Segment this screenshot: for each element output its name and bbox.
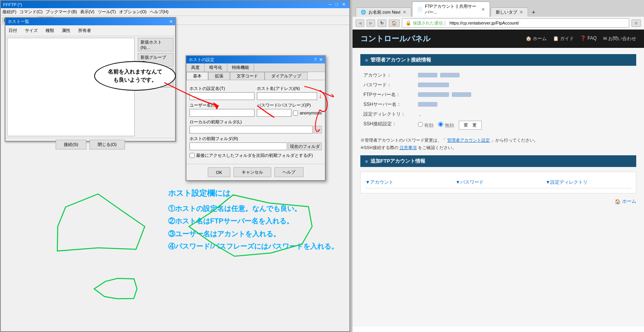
- menu-connect[interactable]: 接続(F): [2, 9, 16, 15]
- ffftp-title: FFFTP (*): [3, 2, 22, 7]
- anonymous-checkbox[interactable]: [293, 111, 298, 116]
- anonymous-checkbox-row: anonymous: [293, 111, 322, 116]
- menu-options[interactable]: オプション(O): [119, 9, 147, 15]
- ssh-enabled-radio[interactable]: [418, 122, 423, 127]
- footer-home-link[interactable]: 🏠 ホーム: [360, 193, 636, 209]
- host-name-input[interactable]: [257, 92, 317, 100]
- change-ssh-button[interactable]: 変 更: [459, 121, 482, 130]
- host-folder-label: ホストの初期フォルダ(R): [190, 136, 322, 142]
- tab-charcode[interactable]: 文字コード: [230, 72, 265, 80]
- tab-special[interactable]: 特殊機能: [227, 63, 254, 72]
- refresh-button[interactable]: ↻: [377, 19, 386, 27]
- ok-button[interactable]: OK: [208, 167, 230, 177]
- col-attr: 属性: [62, 28, 70, 33]
- admin-settings-link[interactable]: 管理者アカウント設定: [447, 138, 490, 142]
- ssh-notes-link[interactable]: 注意事項: [400, 145, 417, 150]
- menu-view[interactable]: 表示(V): [80, 9, 95, 15]
- tab-new-close[interactable]: ✕: [519, 10, 523, 15]
- tab-new-label: 新しいタブ: [496, 9, 517, 15]
- new-host-button[interactable]: 新規ホスト(N)...: [138, 38, 174, 51]
- speech-bubble: 名前を入れますなんても良いようです。: [94, 61, 176, 91]
- account-label: アカウント：: [360, 70, 415, 80]
- tab-advanced[interactable]: 高度: [186, 63, 205, 72]
- user-pass-row: ユーザー名(U) パスワード/パスフレーズ(P) anonymous: [190, 102, 322, 117]
- tab-expand[interactable]: 拡張: [208, 72, 230, 80]
- star-button[interactable]: ☆: [632, 19, 641, 27]
- footer-home-label: ホーム: [622, 198, 636, 205]
- cancel-button[interactable]: キャンセル: [233, 167, 271, 177]
- menu-tools[interactable]: ツール(T): [98, 9, 116, 15]
- admin-section-title: 管理者アカウント接続情報: [370, 56, 431, 63]
- address-bar-input[interactable]: [447, 19, 626, 27]
- password-blurred: [418, 83, 449, 87]
- tab-encryption[interactable]: 暗号化: [205, 63, 227, 72]
- tab-ftp-icon: 📄: [417, 7, 423, 12]
- ftp-col-password[interactable]: ▼パスワード: [456, 179, 541, 186]
- ftp-section-header: 追加FTPアカウント情報: [360, 155, 636, 167]
- username-label: ユーザー名(U): [190, 102, 254, 108]
- dialog-help-icon[interactable]: ？: [313, 57, 318, 63]
- nav-guide[interactable]: 📋 ガイド: [553, 35, 574, 42]
- local-folder-input[interactable]: [190, 126, 313, 134]
- cp-header: コントロールパネル 🏠 ホーム 📋 ガイド ❓ FAQ ✉ お問い合わせ: [353, 30, 644, 48]
- browser-tabs: 🌐 お名前.com Navi ✕ 📄 FTPアカウント ‖ 共用サーバー... …: [353, 0, 644, 17]
- ssh-disabled-label[interactable]: 無効: [438, 122, 454, 129]
- close-button[interactable]: 閉じる(O): [89, 140, 125, 149]
- setting-name-col: ホストの設定名(T): [190, 86, 254, 100]
- new-tab-button[interactable]: +: [529, 7, 538, 17]
- back-button[interactable]: ◀: [356, 19, 364, 27]
- last-folder-checkbox[interactable]: [190, 153, 195, 158]
- ssh-server-value: [415, 100, 636, 109]
- setting-name-input[interactable]: [190, 92, 254, 100]
- ffftp-maximize-btn[interactable]: □: [334, 2, 340, 7]
- password-row: パスワード：: [360, 80, 636, 90]
- pass-col: パスワード/パスフレーズ(P) anonymous: [257, 102, 322, 117]
- tab-new[interactable]: 新しいタブ ✕: [491, 7, 528, 17]
- menu-bookmark[interactable]: ブックマーク(B): [46, 9, 77, 15]
- ssh-disabled-radio[interactable]: [438, 122, 443, 127]
- last-folder-checkbox-row: 最後にアクセスしたフォルダを次回の初期フォルダとする(F): [190, 153, 322, 158]
- tab-basic[interactable]: 基本: [186, 72, 208, 80]
- local-folder-btn[interactable]: －: [314, 126, 322, 134]
- anonymous-label: anonymous: [300, 111, 322, 115]
- password-input[interactable]: [257, 109, 291, 117]
- ffftp-minimize-btn[interactable]: ─: [327, 2, 333, 7]
- host-folder-input[interactable]: [190, 142, 287, 150]
- settings-dir-value: ，: [415, 109, 636, 119]
- last-folder-label: 最後にアクセスしたフォルダを次回の初期フォルダとする(F): [196, 153, 313, 158]
- nav-faq[interactable]: ❓ FAQ: [580, 35, 597, 42]
- ftp-col-dir[interactable]: ▼設定ディレクトリ: [546, 179, 631, 186]
- cp-title: コントロールパネル: [360, 33, 430, 44]
- menu-command[interactable]: コマンド(C): [19, 9, 42, 15]
- ssh-settings-value: 有効 無効 変 更: [415, 119, 636, 131]
- tab-onamae[interactable]: 🌐 お名前.com Navi ✕: [356, 7, 411, 17]
- ssh-enabled-label[interactable]: 有効: [418, 122, 433, 129]
- home-button[interactable]: 🏠: [389, 19, 400, 27]
- tab-dialup[interactable]: ダイアルアップ: [265, 72, 308, 80]
- nav-home[interactable]: 🏠 ホーム: [526, 35, 547, 42]
- host-name-col: ホスト名(アドレス)(N) ↓: [257, 86, 322, 100]
- col-type: 種類: [46, 28, 54, 33]
- speech-bubble-text: 名前を入れますなんても良いようです。: [108, 69, 162, 83]
- host-folder-input-group: 現在のフォルダ: [190, 142, 322, 150]
- host-list-title: ホスト一覧: [8, 19, 29, 25]
- help-button[interactable]: ヘルプ: [274, 167, 304, 177]
- menu-help[interactable]: ヘルプ(H): [150, 9, 168, 15]
- hostlist-close-x[interactable]: ✕: [169, 19, 173, 24]
- password-label: パスワード/パスフレーズ(P): [257, 102, 322, 108]
- tab-ftp-close[interactable]: ✕: [481, 7, 485, 12]
- ftp-server-blurred-2: [452, 92, 471, 97]
- separator: |: [444, 20, 446, 26]
- current-folder-btn[interactable]: 現在のフォルダ: [288, 142, 322, 150]
- ffftp-close-btn[interactable]: ✕: [340, 2, 347, 7]
- tab-ftp[interactable]: 📄 FTPアカウント ‖ 共用サーバー... ✕: [412, 2, 490, 17]
- dialog-close-icon[interactable]: ✕: [319, 57, 323, 62]
- ftp-col-account[interactable]: ▼アカウント: [365, 179, 451, 186]
- nav-contact[interactable]: ✉ お問い合わせ: [603, 35, 636, 42]
- username-input[interactable]: [190, 109, 254, 117]
- connect-button[interactable]: 接続(S): [56, 140, 86, 149]
- ftp-section-title: 追加FTPアカウント情報: [370, 158, 426, 165]
- tab-onamae-close[interactable]: ✕: [403, 10, 406, 15]
- password-label: パスワード：: [360, 80, 415, 90]
- forward-button[interactable]: ▶: [367, 19, 375, 27]
